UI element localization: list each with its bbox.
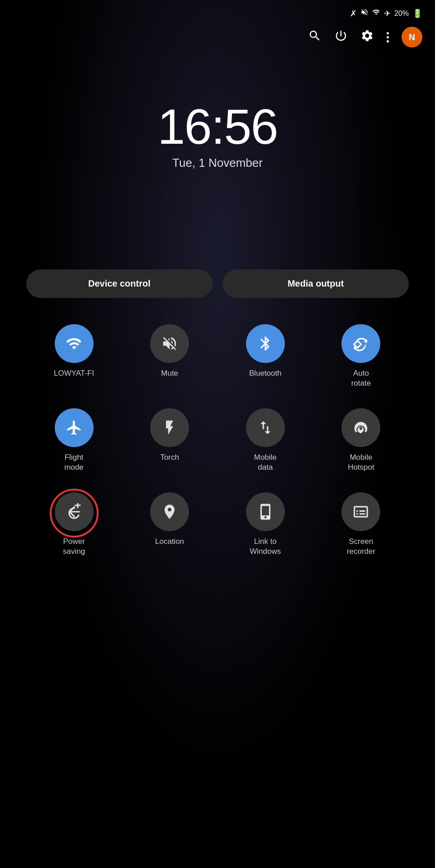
mobilehotspot-tile-label: MobileHotspot xyxy=(348,453,374,472)
mute-tile-icon xyxy=(150,324,189,363)
location-tile-label: Location xyxy=(155,537,184,547)
tile-mute[interactable]: Mute xyxy=(122,314,218,398)
powersaving-tile-icon xyxy=(55,492,94,531)
device-media-row: Device control Media output xyxy=(26,269,409,298)
linktowindows-tile-icon xyxy=(246,492,285,531)
mute-status-icon xyxy=(360,8,369,19)
device-control-button[interactable]: Device control xyxy=(26,269,213,298)
tile-screenrecorder[interactable]: Screenrecorder xyxy=(313,482,409,566)
screenrecorder-tile-icon xyxy=(341,492,380,531)
bluetooth-tile-icon xyxy=(246,324,285,363)
battery-percentage: 20% xyxy=(394,9,409,18)
mobilehotspot-tile-icon xyxy=(341,408,380,447)
quick-action-bar: N xyxy=(0,19,435,47)
tile-wifi[interactable]: LOWYAT-FI xyxy=(26,314,122,398)
bluetooth-tile-label: Bluetooth xyxy=(249,368,282,378)
mute-tile-label: Mute xyxy=(161,368,178,378)
wifi-tile-label: LOWYAT-FI xyxy=(54,368,94,378)
tile-mobilehotspot[interactable]: MobileHotspot xyxy=(313,398,409,482)
tile-location[interactable]: Location xyxy=(122,482,218,566)
more-options-icon[interactable] xyxy=(387,32,389,42)
clock-section: 16:56 Tue, 1 November xyxy=(157,102,277,170)
autorotate-tile-label: Autorotate xyxy=(351,368,371,388)
tile-bluetooth[interactable]: Bluetooth xyxy=(218,314,313,398)
wifi-tile-icon xyxy=(55,324,94,363)
mobiledata-tile-icon xyxy=(246,408,285,447)
flightmode-tile-icon xyxy=(55,408,94,447)
power-icon[interactable] xyxy=(334,29,348,46)
screenrecorder-tile-label: Screenrecorder xyxy=(347,537,375,557)
quick-tiles-grid: LOWYAT-FI Mute Bluetooth Autorotate xyxy=(26,314,409,567)
status-bar: ✗ ✈ 20% 🔋 xyxy=(0,0,435,19)
mobiledata-tile-label: Mobiledata xyxy=(254,453,277,472)
airplane-status-icon: ✈ xyxy=(384,9,391,19)
clock-date: Tue, 1 November xyxy=(157,156,277,170)
torch-tile-label: Torch xyxy=(160,453,179,462)
search-icon[interactable] xyxy=(308,29,322,46)
wifi-status-icon xyxy=(372,8,380,19)
settings-icon[interactable] xyxy=(360,29,374,46)
tile-mobiledata[interactable]: Mobiledata xyxy=(218,398,313,482)
tile-powersaving[interactable]: Powersaving xyxy=(26,482,122,566)
battery-icon: 🔋 xyxy=(412,9,422,19)
location-tile-icon xyxy=(150,492,189,531)
torch-tile-icon xyxy=(150,408,189,447)
media-output-button[interactable]: Media output xyxy=(222,269,409,298)
linktowindows-tile-label: Link toWindows xyxy=(250,537,281,557)
clock-time: 16:56 xyxy=(157,102,277,151)
user-avatar[interactable]: N xyxy=(402,27,422,47)
flightmode-tile-label: Flightmode xyxy=(64,453,84,472)
tile-autorotate[interactable]: Autorotate xyxy=(313,314,409,398)
tile-linktowindows[interactable]: Link toWindows xyxy=(218,482,313,566)
tile-flightmode[interactable]: Flightmode xyxy=(26,398,122,482)
bluetooth-status-icon: ✗ xyxy=(350,9,357,19)
tile-torch[interactable]: Torch xyxy=(122,398,218,482)
powersaving-tile-label: Powersaving xyxy=(63,537,85,557)
autorotate-tile-icon xyxy=(341,324,380,363)
